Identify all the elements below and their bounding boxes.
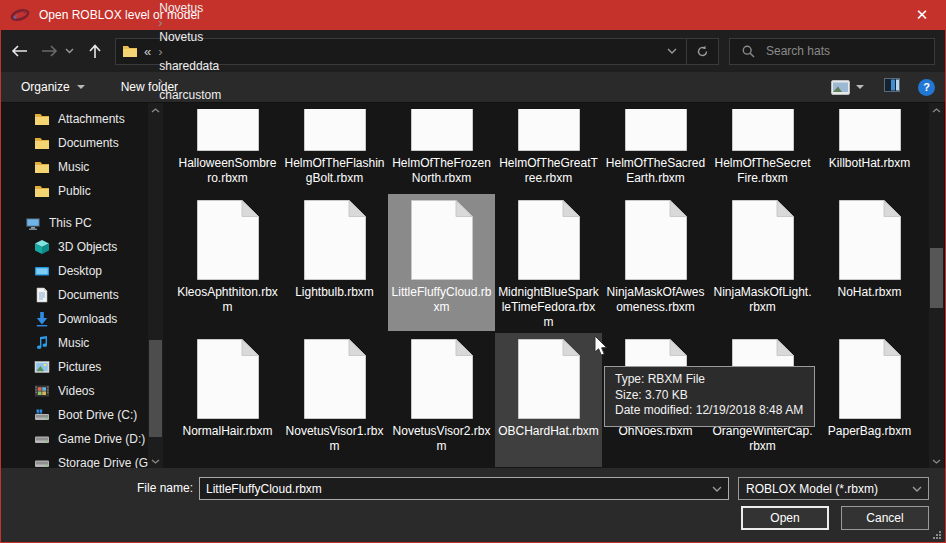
file-item[interactable]: NovetusVisor2.rbxm bbox=[388, 333, 495, 467]
file-item[interactable]: NormalHair.rbxm bbox=[174, 333, 281, 467]
file-item[interactable]: HalloweenSombrero.rbxm bbox=[174, 103, 281, 186]
open-button[interactable]: Open bbox=[741, 506, 829, 530]
scroll-up-icon[interactable] bbox=[148, 103, 163, 117]
back-button[interactable] bbox=[7, 39, 31, 63]
scroll-down-icon[interactable] bbox=[148, 454, 163, 468]
sidebar-item-videos[interactable]: Videos bbox=[1, 379, 164, 403]
file-item[interactable]: PaperBag.rbxm bbox=[816, 333, 923, 467]
sidebar-item-pictures[interactable]: Pictures bbox=[1, 355, 164, 379]
mouse-cursor bbox=[594, 335, 609, 361]
breadcrumb-segment[interactable]: Novetus bbox=[155, 1, 225, 15]
chevron-down-icon bbox=[856, 85, 864, 89]
sidebar-item-music[interactable]: Music bbox=[1, 331, 164, 355]
address-dropdown-chevron[interactable] bbox=[658, 39, 686, 64]
sidebar-item-downloads[interactable]: Downloads bbox=[1, 307, 164, 331]
chevron-down-icon[interactable] bbox=[706, 486, 728, 492]
file-item[interactable]: NinjaMaskOfLight.rbxm bbox=[709, 194, 816, 331]
file-item[interactable]: Lightbulb.rbxm bbox=[281, 194, 388, 331]
file-item[interactable]: HelmOfTheFrozenNorth.rbxm bbox=[388, 103, 495, 186]
file-name-text: HelmOfTheFlashingBolt.rbxm bbox=[284, 156, 385, 186]
file-item[interactable]: NovetusVisor1.rbxm bbox=[281, 333, 388, 467]
file-name-input[interactable]: LittleFluffyCloud.rbxm bbox=[199, 477, 729, 500]
file-name-text: OrangeWinterCap.rbxm bbox=[712, 424, 813, 454]
rbxm-file-icon bbox=[411, 339, 473, 419]
breadcrumb-segment[interactable]: shareddata bbox=[155, 59, 225, 73]
breadcrumb-segment[interactable]: Novetus bbox=[155, 30, 225, 44]
file-name-text: LittleFluffyCloud.rbxm bbox=[391, 285, 492, 315]
file-item[interactable]: HelmOfTheGreatTree.rbxm bbox=[495, 103, 602, 186]
sidebar-item-documents[interactable]: Documents bbox=[1, 131, 164, 155]
file-item[interactable]: HelmOfTheFlashingBolt.rbxm bbox=[281, 103, 388, 186]
sidebar-item-this-pc[interactable]: This PC bbox=[1, 211, 164, 235]
rbxm-file-icon bbox=[839, 109, 901, 151]
sidebar-scrollbar[interactable] bbox=[148, 103, 163, 468]
preview-pane-icon bbox=[884, 78, 900, 92]
file-item[interactable]: KleosAphthiton.rbxm bbox=[174, 194, 281, 331]
drive-os-icon bbox=[34, 407, 50, 423]
close-button[interactable]: ✕ bbox=[899, 0, 945, 30]
file-item[interactable]: LittleFluffyCloud.rbxm bbox=[388, 194, 495, 331]
sidebar-item-music[interactable]: Music bbox=[1, 155, 164, 179]
sidebar-scroll-thumb[interactable] bbox=[149, 340, 162, 437]
breadcrumb-separator-icon: › bbox=[155, 44, 165, 59]
view-mode-button[interactable] bbox=[831, 80, 864, 95]
main-area: AttachmentsDocumentsMusicPublicThis PC3D… bbox=[1, 103, 945, 468]
sidebar-item-public[interactable]: Public bbox=[1, 179, 164, 203]
folder-icon bbox=[34, 111, 50, 127]
sidebar-item-attachments[interactable]: Attachments bbox=[1, 107, 164, 131]
chevron-down-icon bbox=[906, 486, 928, 492]
title-bar[interactable]: Open ROBLOX level or model ✕ bbox=[1, 0, 945, 30]
file-type-select[interactable]: ROBLOX Model (*.rbxm) bbox=[738, 477, 929, 500]
navigation-bar: « Projects›Novetus›Novetus›shareddata›ch… bbox=[1, 30, 945, 72]
file-scroll-thumb[interactable] bbox=[930, 248, 943, 308]
cube-icon bbox=[34, 239, 50, 255]
search-input[interactable]: Search hats bbox=[729, 38, 935, 65]
rbxm-file-icon bbox=[518, 200, 580, 280]
file-item[interactable]: MidnightBlueSparkleTimeFedora.rbxm bbox=[495, 194, 602, 331]
cancel-button[interactable]: Cancel bbox=[841, 506, 929, 530]
file-item[interactable]: KillbotHat.rbxm bbox=[816, 103, 923, 186]
rbxm-file-icon bbox=[518, 339, 580, 419]
sidebar-item-documents[interactable]: Documents bbox=[1, 283, 164, 307]
forward-button[interactable] bbox=[37, 39, 61, 63]
sidebar-item-label: Documents bbox=[58, 288, 119, 302]
sidebar-item-storage-drive-g[interactable]: Storage Drive (G bbox=[1, 451, 164, 468]
sidebar-item-3d-objects[interactable]: 3D Objects bbox=[1, 235, 164, 259]
breadcrumb-overflow-chevron[interactable]: « bbox=[138, 44, 155, 59]
file-item[interactable]: HelmOfTheSacredEarth.rbxm bbox=[602, 103, 709, 186]
file-name-text: NovetusVisor2.rbxm bbox=[391, 424, 492, 454]
rbxm-file-icon bbox=[411, 109, 473, 151]
file-name-text: HelmOfTheGreatTree.rbxm bbox=[498, 156, 599, 186]
sidebar-item-desktop[interactable]: Desktop bbox=[1, 259, 164, 283]
scroll-down-icon[interactable] bbox=[929, 454, 944, 468]
file-item[interactable]: NinjaMaskOfAwesomeness.rbxm bbox=[602, 194, 709, 331]
file-item[interactable]: NoHat.rbxm bbox=[816, 194, 923, 331]
tooltip-size: Size: 3.70 KB bbox=[615, 388, 803, 404]
pc-icon bbox=[25, 215, 41, 231]
breadcrumb[interactable]: « Projects›Novetus›Novetus›shareddata›ch… bbox=[115, 38, 719, 65]
file-name-text: HalloweenSombrero.rbxm bbox=[177, 156, 278, 186]
up-button[interactable] bbox=[83, 39, 107, 63]
rbxm-file-icon bbox=[839, 339, 901, 419]
new-folder-label: New folder bbox=[121, 80, 178, 94]
sidebar-item-boot-drive-c[interactable]: Boot Drive (C:) bbox=[1, 403, 164, 427]
sidebar-item-game-drive-d[interactable]: Game Drive (D:) bbox=[1, 427, 164, 451]
recent-locations-chevron[interactable] bbox=[61, 39, 77, 63]
document-icon bbox=[34, 287, 50, 303]
open-file-dialog: Open ROBLOX level or model ✕ « Projects›… bbox=[0, 0, 946, 543]
refresh-icon[interactable] bbox=[686, 39, 718, 64]
file-name-text: HelmOfTheSecretFire.rbxm bbox=[712, 156, 813, 186]
help-button[interactable]: ? bbox=[918, 79, 935, 96]
file-item[interactable]: HelmOfTheSecretFire.rbxm bbox=[709, 103, 816, 186]
sidebar-item-label: 3D Objects bbox=[58, 240, 117, 254]
folder-icon bbox=[34, 183, 50, 199]
scroll-up-icon[interactable] bbox=[929, 103, 944, 117]
new-folder-button[interactable]: New folder bbox=[121, 80, 178, 94]
file-item[interactable]: OBCHardHat.rbxm bbox=[495, 333, 602, 467]
file-list-scrollbar[interactable] bbox=[929, 103, 944, 468]
app-icon bbox=[10, 5, 30, 25]
organize-button[interactable]: Organize bbox=[21, 80, 85, 94]
rbxm-file-icon bbox=[732, 200, 794, 280]
resize-grip[interactable] bbox=[932, 530, 942, 540]
preview-pane-button[interactable] bbox=[884, 78, 900, 96]
